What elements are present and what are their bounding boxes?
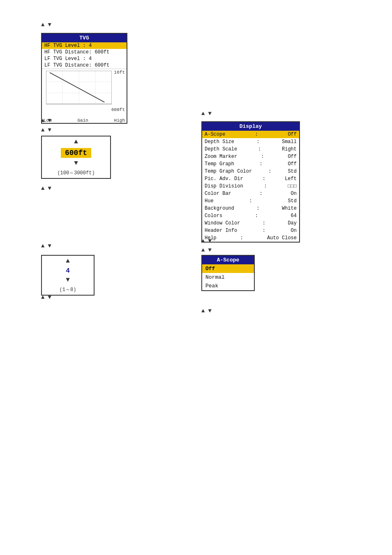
- display-label-12: Window Color: [205, 220, 240, 226]
- ascope-top-up-arrow[interactable]: ▲: [201, 247, 205, 253]
- display-label-7: Disp Division: [205, 183, 243, 189]
- gain-range: (1～8): [42, 284, 94, 295]
- display-val-9: Std: [288, 198, 297, 204]
- display-row-8: Color Bar : On: [202, 190, 299, 197]
- display-val-13: On: [291, 228, 297, 234]
- display-val-7: □□□: [288, 183, 297, 189]
- display-colon-7: :: [264, 183, 267, 189]
- ascope-top-down-arrow[interactable]: ▼: [208, 247, 211, 253]
- depth-bottom-up-arrow[interactable]: ▲: [41, 185, 44, 192]
- tvg-graph-bottom-label: 600ft: [111, 107, 125, 112]
- display-label-3: Zoom Marker: [205, 154, 237, 160]
- gain-bottom-up-arrow[interactable]: ▲: [41, 294, 44, 301]
- display-row-6: Pic. Adv. Dir : Left: [202, 175, 299, 183]
- tvg-row-2: LF TVG Level : 4: [42, 56, 127, 62]
- gain-top-down-arrow[interactable]: ▼: [48, 243, 51, 249]
- display-colon-14: :: [240, 235, 243, 241]
- display-top-up-arrow[interactable]: ▲: [201, 110, 205, 117]
- tvg-bottom-down-arrow[interactable]: ▼: [48, 117, 51, 124]
- depth-bottom-down-arrow[interactable]: ▼: [48, 185, 51, 192]
- display-colon-5: :: [268, 169, 271, 174]
- display-val-2: Right: [282, 146, 297, 152]
- display-colon-13: :: [263, 228, 265, 234]
- display-label-1: Depth Size: [205, 139, 234, 145]
- display-row-7: Disp Division : □□□: [202, 183, 299, 190]
- depth-popup-down[interactable]: ▼: [42, 159, 110, 168]
- display-row-3: Zoom Marker : Off: [202, 153, 299, 160]
- tvg-row-3: LF TVG Distance: 600ft: [42, 62, 127, 69]
- display-label-10: Background: [205, 206, 234, 211]
- display-title: Display: [202, 122, 299, 131]
- display-row-11: Colors : 64: [202, 212, 299, 220]
- display-colon-11: :: [255, 213, 258, 219]
- ascope-bottom-down-arrow[interactable]: ▼: [208, 308, 211, 314]
- display-colon-2: :: [258, 146, 261, 152]
- display-row-1: Depth Size : Small: [202, 138, 299, 146]
- display-label-2: Depth Scale: [205, 146, 237, 152]
- display-row-5: Temp Graph Color : Std: [202, 168, 299, 175]
- gain-popup: ▲ 4 ▼ (1～8): [41, 255, 95, 296]
- display-colon-9: :: [249, 198, 252, 204]
- gain-top-up-arrow[interactable]: ▲: [41, 243, 44, 249]
- display-val-1: Small: [282, 139, 297, 145]
- display-colon-10: :: [256, 206, 259, 211]
- display-row-12: Window Color : Day: [202, 220, 299, 227]
- display-val-10: White: [282, 206, 297, 211]
- display-label-6: Pic. Adv. Dir: [205, 176, 243, 182]
- tvg-row-0: HF TVG Level : 4: [42, 42, 127, 49]
- gain-popup-up[interactable]: ▲: [42, 256, 94, 266]
- depth-range: (100～3000ft): [42, 168, 110, 178]
- display-colon-3: :: [261, 154, 264, 160]
- tvg-up-arrow[interactable]: ▲: [41, 21, 44, 28]
- display-colon-0: :: [255, 132, 258, 137]
- gain-popup-down[interactable]: ▼: [42, 275, 94, 284]
- tvg-graph-top-label: 16ft: [114, 70, 125, 75]
- display-val-8: On: [291, 191, 297, 197]
- tvg-down-arrow[interactable]: ▼: [48, 21, 51, 28]
- display-label-13: Header Info: [205, 228, 237, 234]
- display-label-8: Color Bar: [205, 191, 231, 197]
- depth-value: 600ft: [61, 148, 91, 158]
- tvg-bottom-up-arrow[interactable]: ▲: [41, 117, 44, 124]
- svg-line-5: [50, 73, 104, 102]
- gain-bottom-down-arrow[interactable]: ▼: [48, 294, 51, 301]
- ascope-item-1[interactable]: Normal: [202, 273, 254, 282]
- display-row-14: Help : Auto Close: [202, 234, 299, 242]
- display-label-4: Temp Graph: [205, 161, 234, 167]
- display-row-0: A-Scope : Off: [202, 131, 299, 138]
- display-val-3: Off: [288, 154, 297, 160]
- display-val-5: Std: [288, 169, 297, 174]
- tvg-panel: TVG HF TVG Level : 4HF TVG Distance: 600…: [41, 33, 127, 124]
- display-colon-4: :: [260, 161, 263, 167]
- tvg-row-1: HF TVG Distance: 600ft: [42, 49, 127, 56]
- depth-top-down-arrow[interactable]: ▼: [48, 127, 51, 133]
- display-row-10: Background : White: [202, 205, 299, 212]
- display-label-11: Colors: [205, 213, 222, 219]
- depth-top-up-arrow[interactable]: ▲: [41, 127, 44, 133]
- tvg-graph: 16ft 600ft: [42, 69, 127, 118]
- display-val-0: Off: [288, 132, 297, 137]
- depth-popup-up[interactable]: ▲: [42, 136, 110, 147]
- display-bottom-down-arrow[interactable]: ▼: [208, 238, 211, 244]
- gain-value: 4: [42, 266, 94, 275]
- display-val-14: Auto Close: [267, 235, 297, 241]
- display-val-6: Left: [285, 176, 297, 182]
- ascope-item-0[interactable]: Off: [202, 264, 254, 273]
- tvg-x-labels: Low Gain High: [42, 118, 127, 123]
- display-row-4: Temp Graph : Off: [202, 160, 299, 168]
- ascope-popup: A-Scope OffNormalPeak: [201, 255, 255, 291]
- display-bottom-up-arrow[interactable]: ▲: [201, 238, 205, 244]
- display-colon-8: :: [260, 191, 263, 197]
- display-label-0: A-Scope: [205, 132, 225, 137]
- display-top-down-arrow[interactable]: ▼: [208, 110, 211, 117]
- ascope-title: A-Scope: [202, 256, 254, 264]
- ascope-item-2[interactable]: Peak: [202, 282, 254, 290]
- ascope-bottom-up-arrow[interactable]: ▲: [201, 308, 205, 314]
- depth-popup: ▲ 600ft ▼ (100～3000ft): [41, 136, 111, 179]
- display-label-9: Hue: [205, 198, 214, 204]
- tvg-title: TVG: [42, 34, 127, 42]
- display-val-11: 64: [291, 213, 297, 219]
- display-panel: Display A-Scope : OffDepth Size : SmallD…: [201, 121, 300, 243]
- tvg-label-gain: Gain: [78, 118, 88, 123]
- tvg-label-high: High: [114, 118, 125, 123]
